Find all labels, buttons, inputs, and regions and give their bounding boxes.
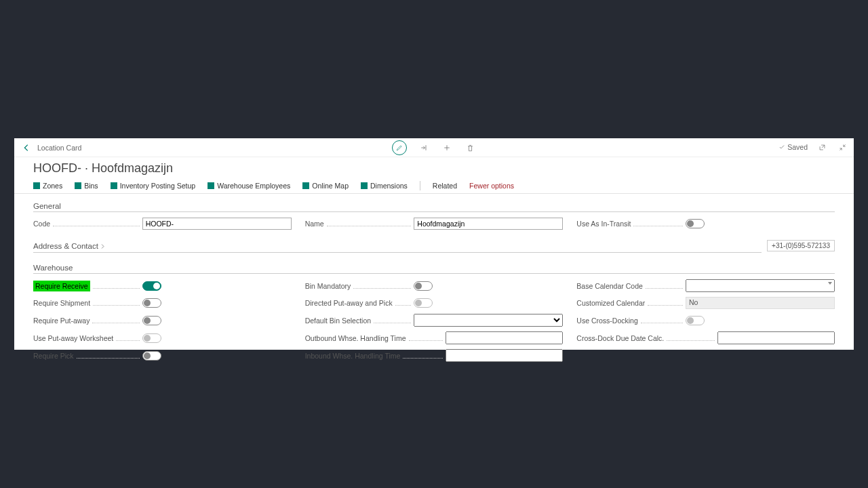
customized-calendar-field: Customized Calendar No <box>576 297 835 309</box>
saved-status: Saved <box>778 143 808 151</box>
base-calendar-lookup[interactable] <box>686 279 835 292</box>
require-putaway-field: Require Put-away <box>33 314 292 327</box>
online-map-action[interactable]: Online Map <box>302 182 349 190</box>
dimensions-icon <box>361 182 368 189</box>
inventory-icon <box>111 182 117 189</box>
require-shipment-label: Require Shipment <box>33 299 90 307</box>
general-section-title[interactable]: General <box>33 198 835 212</box>
transit-field: Use As In-Transit <box>576 218 835 230</box>
top-actions <box>392 140 476 155</box>
popout-icon[interactable] <box>816 141 828 153</box>
inbound-time-input[interactable] <box>446 349 563 362</box>
directed-putaway-toggle <box>414 298 433 308</box>
require-shipment-toggle[interactable] <box>142 298 161 308</box>
zones-action[interactable]: Zones <box>33 182 62 190</box>
crossdock-due-field: Cross-Dock Due Date Calc. <box>576 331 835 344</box>
edit-button[interactable] <box>392 140 407 155</box>
crossdock-due-label: Cross-Dock Due Date Calc. <box>576 334 664 342</box>
code-field: Code <box>33 218 292 230</box>
name-label: Name <box>305 220 324 228</box>
default-bin-select[interactable] <box>414 314 563 327</box>
page-title: HOOFD- · Hoofdmagazijn <box>14 157 854 178</box>
outbound-time-input[interactable] <box>446 331 563 344</box>
dots <box>633 221 683 226</box>
warehouse-grid: Require Receive Bin Mandatory Base Calen… <box>33 279 835 362</box>
inbound-time-label: Inbound Whse. Handling Time <box>305 352 401 360</box>
content: General Code Name Use As In-Transit Addr <box>14 194 854 369</box>
share-icon[interactable] <box>418 142 430 154</box>
use-putaway-ws-toggle <box>142 333 161 343</box>
bins-action[interactable]: Bins <box>75 182 98 190</box>
collapse-icon[interactable] <box>836 141 848 153</box>
use-crossdock-field: Use Cross-Docking <box>576 314 835 327</box>
check-icon <box>778 144 785 150</box>
directed-putaway-field: Directed Put-away and Pick <box>305 297 564 309</box>
transit-label: Use As In-Transit <box>576 220 631 228</box>
address-section-title[interactable]: Address & Contact <box>33 238 762 253</box>
use-putaway-ws-label: Use Put-away Worksheet <box>33 334 113 342</box>
use-crossdock-label: Use Cross-Docking <box>576 317 637 325</box>
require-putaway-label: Require Put-away <box>33 317 90 325</box>
warehouse-employees-action[interactable]: Warehouse Employees <box>208 182 290 190</box>
default-bin-field: Default Bin Selection <box>305 314 564 327</box>
dimensions-action[interactable]: Dimensions <box>361 182 408 190</box>
breadcrumb: Location Card <box>37 144 81 152</box>
use-putaway-ws-field: Use Put-away Worksheet <box>33 331 292 344</box>
bin-mandatory-toggle[interactable] <box>414 281 433 291</box>
top-right: Saved <box>778 141 848 153</box>
address-section-row: Address & Contact +31-(0)595-572133 <box>33 238 835 253</box>
name-field: Name <box>305 218 564 230</box>
require-pick-toggle[interactable] <box>142 351 161 361</box>
menu-separator <box>420 181 420 190</box>
chevron-right-icon <box>100 243 105 249</box>
chevron-down-icon <box>828 282 832 285</box>
bins-icon <box>75 182 81 189</box>
warehouse-section-title[interactable]: Warehouse <box>33 260 835 274</box>
require-pick-field: Require Pick <box>33 349 292 362</box>
require-pick-label: Require Pick <box>33 352 74 360</box>
default-bin-label: Default Bin Selection <box>305 317 371 325</box>
require-receive-toggle[interactable] <box>142 281 161 291</box>
dots <box>327 221 412 226</box>
code-label: Code <box>33 220 50 228</box>
require-shipment-field: Require Shipment <box>33 297 292 309</box>
dots <box>53 221 140 226</box>
inventory-posting-action[interactable]: Inventory Posting Setup <box>111 182 196 190</box>
delete-icon[interactable] <box>464 142 476 154</box>
employees-icon <box>208 182 214 189</box>
new-icon[interactable] <box>441 142 453 154</box>
location-card-panel: Location Card Saved <box>14 138 854 350</box>
zones-icon <box>33 182 40 189</box>
base-calendar-label: Base Calendar Code <box>576 282 642 290</box>
code-input[interactable] <box>142 218 292 230</box>
topbar: Location Card Saved <box>14 138 854 157</box>
outbound-time-field: Outbound Whse. Handling Time <box>305 331 564 344</box>
directed-putaway-label: Directed Put-away and Pick <box>305 299 393 307</box>
outbound-time-label: Outbound Whse. Handling Time <box>305 334 406 342</box>
map-icon <box>302 182 309 189</box>
general-row: Code Name Use As In-Transit <box>33 218 835 230</box>
fewer-options-action[interactable]: Fewer options <box>469 182 514 190</box>
use-crossdock-toggle <box>686 316 705 325</box>
require-receive-field: Require Receive <box>33 279 292 292</box>
back-button[interactable] <box>20 141 33 155</box>
customized-calendar-label: Customized Calendar <box>576 299 645 307</box>
name-input[interactable] <box>414 218 563 230</box>
bin-mandatory-label: Bin Mandatory <box>305 282 351 290</box>
action-bar: Zones Bins Inventory Posting Setup Wareh… <box>14 178 854 194</box>
related-action[interactable]: Related <box>433 182 457 190</box>
base-calendar-input[interactable] <box>686 279 835 292</box>
use-as-in-transit-toggle[interactable] <box>686 219 705 228</box>
phone-preview: +31-(0)595-572133 <box>767 240 835 251</box>
base-calendar-field: Base Calendar Code <box>576 279 835 292</box>
inbound-time-field: Inbound Whse. Handling Time <box>305 349 564 362</box>
require-receive-label: Require Receive <box>33 281 90 291</box>
require-putaway-toggle[interactable] <box>142 316 161 325</box>
bin-mandatory-field: Bin Mandatory <box>305 279 564 292</box>
customized-calendar-value: No <box>686 297 835 309</box>
crossdock-due-input[interactable] <box>717 331 835 344</box>
